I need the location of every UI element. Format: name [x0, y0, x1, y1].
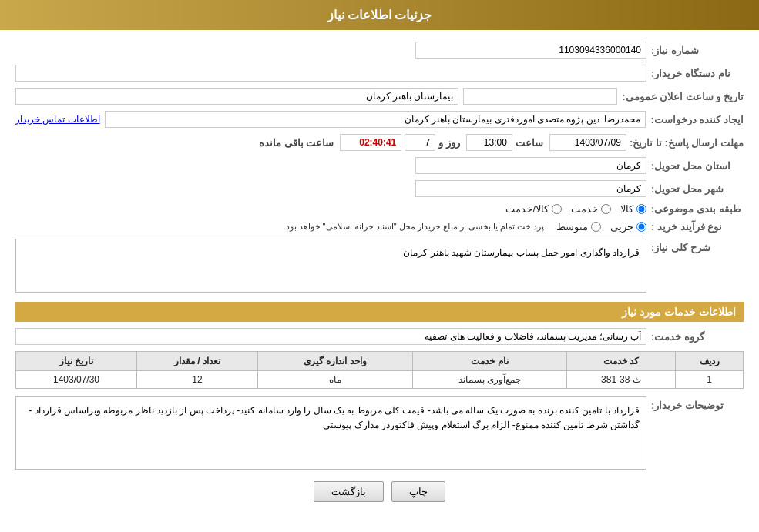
- col-tedad: تعداد / مقدار: [136, 352, 257, 371]
- tabaqe-khidmat[interactable]: خدمت: [571, 203, 611, 215]
- nam-dastgah-input[interactable]: [15, 65, 646, 82]
- sharh-label: شرح کلی نیاز:: [651, 239, 744, 253]
- noee-note: پرداخت تمام یا بخشی از مبلغ خریداز محل "…: [283, 222, 544, 232]
- tabaqe-kala-khidmat-label: کالا/خدمت: [505, 203, 549, 215]
- cell-name: جمع‌آوری پسماند: [412, 371, 566, 389]
- mohlat-mande-label: ساعت باقی مانده: [259, 137, 334, 149]
- cell-tarikh: 1403/07/30: [16, 371, 137, 389]
- mohlat-mande-input[interactable]: [340, 134, 401, 151]
- noee-label: نوع فرآیند خرید :: [651, 221, 744, 233]
- ijad-label: ایجاد کننده درخواست:: [650, 114, 744, 125]
- cell-code: ث-38-381: [567, 371, 676, 389]
- mohlat-date-input[interactable]: [549, 134, 626, 151]
- mohlat-saat-label: ساعت: [516, 137, 543, 149]
- shahr-label: شهر محل تحویل:: [651, 183, 744, 195]
- noee-radio-motavasset[interactable]: [591, 222, 601, 232]
- tabaqe-khidmat-label: خدمت: [571, 203, 598, 215]
- col-code: کد خدمت: [567, 352, 676, 371]
- tarikh-input[interactable]: [463, 88, 617, 105]
- contact-link[interactable]: اطلاعات تماس خریدار: [15, 114, 100, 125]
- table-row: 1 ث-38-381 جمع‌آوری پسماند ماه 12 1403/0…: [16, 371, 744, 389]
- nam-dastgah-label: نام دستگاه خریدار:: [651, 68, 744, 79]
- tabaqe-radio-group: کالا/خدمت خدمت کالا: [505, 203, 646, 215]
- ostan-label: استان محل تحویل:: [651, 160, 744, 172]
- mohlat-rooz-label: روز و: [438, 137, 460, 149]
- noee-motavasset[interactable]: متوسط: [556, 221, 601, 233]
- ijad-input[interactable]: [105, 111, 646, 128]
- tabaqe-radio-khidmat[interactable]: [601, 204, 611, 214]
- section2-title: اطلاعات خدمات مورد نیاز: [15, 302, 744, 322]
- shmaare-niaz-input[interactable]: [415, 42, 646, 59]
- cell-tedad: 12: [136, 371, 257, 389]
- buttons-row: چاپ بازگشت: [15, 481, 744, 502]
- sharh-textarea[interactable]: قرارداد واگذاری امور حمل پساب بیمارستان …: [15, 239, 646, 293]
- nam-dastgah-full-input[interactable]: [15, 88, 458, 105]
- noee-motavasset-label: متوسط: [556, 221, 588, 233]
- tozihat-textarea[interactable]: قرارداد با تامین کننده برنده به صورت یک …: [15, 396, 646, 470]
- page-title: جزئیات اطلاعات نیاز: [0, 0, 759, 30]
- tabaqe-kala-label: کالا: [620, 203, 633, 215]
- col-name: نام خدمت: [412, 352, 566, 371]
- cell-radif: 1: [676, 371, 744, 389]
- tabaqe-kala-khidmat[interactable]: کالا/خدمت: [505, 203, 562, 215]
- noee-jozii-label: جزیی: [610, 221, 633, 233]
- noee-radio-jozii[interactable]: [636, 222, 646, 232]
- services-table: ردیف کد خدمت نام خدمت واحد اندازه گیری ت…: [15, 351, 744, 389]
- noee-radio-group: متوسط جزیی: [556, 221, 646, 233]
- print-button[interactable]: چاپ: [391, 481, 445, 502]
- shmaare-niaz-label: شماره نیاز:: [651, 45, 744, 56]
- back-button[interactable]: بازگشت: [314, 481, 384, 502]
- tabaqe-kala[interactable]: کالا: [620, 203, 646, 215]
- noee-jozii[interactable]: جزیی: [610, 221, 646, 233]
- tarikh-label: تاریخ و ساعت اعلان عمومی:: [622, 91, 744, 102]
- tabaqe-label: طبقه بندی موضوعی:: [651, 203, 744, 215]
- grooh-label: گروه خدمت:: [651, 331, 744, 343]
- shahr-input[interactable]: [415, 180, 646, 197]
- tozihat-label: توضیحات خریدار:: [651, 396, 744, 411]
- col-vahed: واحد اندازه گیری: [257, 352, 412, 371]
- col-radif: ردیف: [676, 352, 744, 371]
- cell-vahed: ماه: [257, 371, 412, 389]
- col-tarikh: تاریخ نیاز: [16, 352, 137, 371]
- grooh-input[interactable]: [15, 328, 646, 345]
- mohlat-rooz-input[interactable]: [405, 134, 435, 151]
- tabaqe-radio-kala-khidmat[interactable]: [552, 204, 562, 214]
- ostan-input[interactable]: [415, 157, 646, 174]
- mohlat-saat-input[interactable]: [466, 134, 512, 151]
- mohlat-label: مهلت ارسال پاسخ: تا تاریخ:: [630, 137, 744, 149]
- tabaqe-radio-kala[interactable]: [636, 204, 646, 214]
